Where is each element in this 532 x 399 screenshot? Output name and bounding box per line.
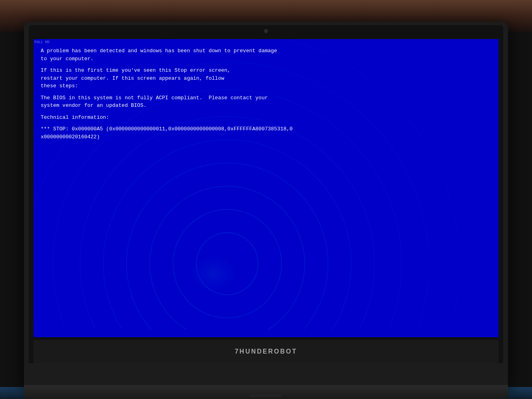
laptop-body: FULL HD [24, 22, 508, 387]
bsod-content: A problem has been detected and windows … [33, 39, 499, 149]
svg-point-1 [173, 210, 282, 318]
bsod-screen: A problem has been detected and windows … [33, 39, 499, 337]
bsod-line3: The BIOS in this system is not fully ACP… [41, 94, 491, 110]
laptop-base-center [250, 394, 282, 397]
resolution-label: FULL HD [34, 40, 49, 44]
svg-point-4 [103, 140, 351, 330]
bsod-line5: *** STOP: 0x000000A5 (0x0000000000000011… [41, 125, 491, 141]
bsod-line4: Technical information: [41, 114, 491, 122]
screen-bezel: FULL HD [29, 25, 503, 363]
laptop-base [24, 385, 508, 399]
webcam [264, 29, 268, 33]
bsod-line2: If this is the first time you've seen th… [41, 67, 491, 90]
svg-point-3 [126, 163, 328, 330]
bottom-bezel: 7HUNDEROBOT [33, 340, 499, 363]
svg-point-0 [196, 233, 258, 295]
svg-point-9 [162, 213, 278, 306]
svg-point-2 [150, 186, 305, 330]
bsod-line1: A problem has been detected and windows … [41, 47, 491, 63]
photo-frame: FULL HD [0, 0, 532, 399]
brand-label: 7HUNDEROBOT [235, 348, 298, 355]
